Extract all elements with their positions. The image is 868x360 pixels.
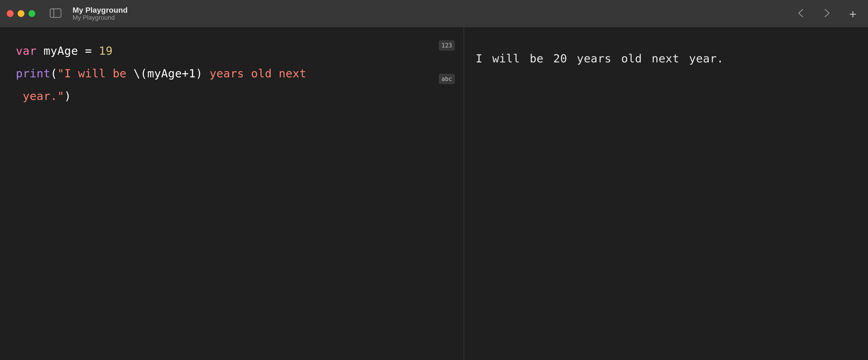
- window-titlebar: My Playground My Playground ＋: [0, 0, 868, 27]
- code-area[interactable]: var myAge = 19 print("I will be \(myAge+…: [16, 39, 447, 108]
- code-interp-body: myAge+1: [147, 67, 195, 80]
- console-output-text: I will be 20 years old next year.: [475, 52, 857, 65]
- back-icon: [796, 8, 805, 19]
- code-paren: ): [64, 90, 71, 103]
- title-block: My Playground My Playground: [72, 6, 128, 21]
- window-title: My Playground: [72, 6, 128, 14]
- forward-button[interactable]: [821, 8, 833, 19]
- inline-result-badges: 123 abc: [439, 40, 455, 84]
- code-string: years old next: [203, 67, 306, 80]
- code-keyword: var: [16, 44, 37, 57]
- svg-rect-0: [50, 9, 61, 18]
- result-badge-number[interactable]: 123: [439, 40, 455, 51]
- window-subtitle: My Playground: [72, 14, 128, 21]
- nav-controls: ＋: [795, 0, 859, 27]
- console-output-pane: I will be 20 years old next year.: [464, 27, 868, 360]
- content-area: var myAge = 19 print("I will be \(myAge+…: [0, 27, 868, 360]
- code-number: 19: [99, 44, 113, 57]
- window-close-button[interactable]: [7, 10, 13, 17]
- code-string: "I will be: [57, 67, 133, 80]
- result-badge-string[interactable]: abc: [439, 74, 455, 84]
- code-paren: (: [51, 67, 57, 80]
- code-text: myAge =: [37, 44, 99, 57]
- code-editor-pane[interactable]: var myAge = 19 print("I will be \(myAge+…: [0, 27, 463, 360]
- sidebar-toggle-button[interactable]: [49, 8, 62, 19]
- code-string: year.": [16, 90, 64, 103]
- forward-icon: [822, 8, 831, 19]
- code-interp-close: ): [196, 67, 203, 80]
- code-interp-open: \(: [133, 67, 147, 80]
- sidebar-icon: [50, 8, 61, 19]
- window-zoom-button[interactable]: [29, 10, 35, 17]
- window-minimize-button[interactable]: [18, 10, 24, 17]
- code-func: print: [16, 67, 51, 80]
- back-button[interactable]: [795, 8, 807, 19]
- traffic-lights: [7, 10, 35, 17]
- plus-icon: ＋: [847, 8, 859, 20]
- add-button[interactable]: ＋: [847, 8, 859, 19]
